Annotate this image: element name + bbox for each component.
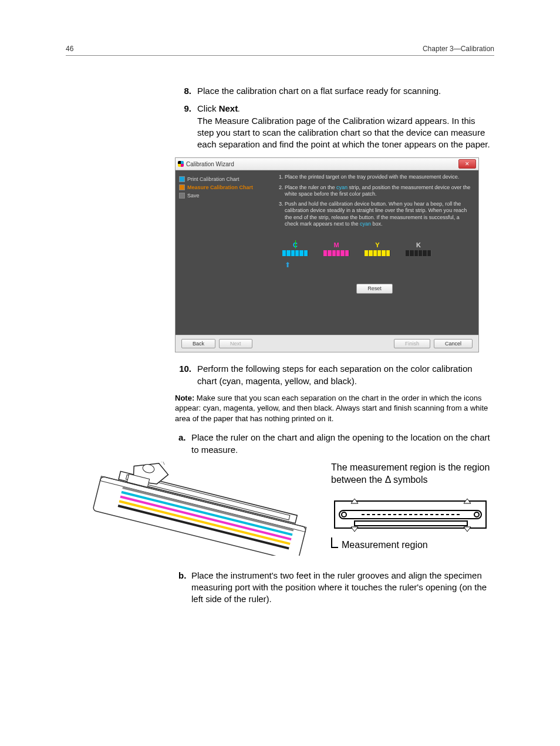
sidebar-item-label: Save xyxy=(187,193,200,199)
step-8: 8. Place the calibration chart on a flat… xyxy=(175,85,494,97)
cancel-button[interactable]: Cancel xyxy=(434,339,473,348)
substep-a: a. Place the ruler on the chart and alig… xyxy=(178,432,494,456)
arrow-up-icon: ⬆ xyxy=(285,261,471,270)
step-number: 9. xyxy=(175,103,197,150)
wizard-titlebar[interactable]: Calibration Wizard ✕ xyxy=(176,158,478,170)
reset-button[interactable]: Reset xyxy=(356,284,393,294)
substep-text: Place the ruler on the chart and align t… xyxy=(191,432,494,456)
chapter-label: Chapter 3—Calibration xyxy=(423,45,494,53)
sidebar-item-save[interactable]: Save xyxy=(179,191,267,200)
measurement-region-diagram xyxy=(331,492,490,536)
strip-yellow: Y xyxy=(365,241,390,256)
note-block: Note: Make sure that you scan each separ… xyxy=(175,393,494,424)
note-text: Make sure that you scan each separation … xyxy=(175,394,488,423)
svg-line-18 xyxy=(154,462,164,462)
substep-number: a. xyxy=(178,432,191,456)
back-button[interactable]: Back xyxy=(181,339,215,348)
substep-text: Place the instrument's two feet in the r… xyxy=(191,570,494,606)
measurement-region-label: Measurement region xyxy=(342,540,428,550)
page-number: 46 xyxy=(66,45,73,53)
step-10: 10. Perform the following steps for each… xyxy=(175,363,494,387)
instruction-2: Place the ruler on the cyan strip, and p… xyxy=(285,184,471,198)
sidebar-item-label: Print Calibration Chart xyxy=(187,176,239,182)
close-icon[interactable]: ✕ xyxy=(458,159,476,169)
step-text: Place the calibration chart on a flat su… xyxy=(197,85,494,97)
step-9-next-bold: Next xyxy=(219,103,238,113)
svg-marker-25 xyxy=(351,527,358,532)
step-marker-icon xyxy=(179,184,185,190)
strip-black: K xyxy=(406,241,431,256)
step-text: Perform the following steps for each sep… xyxy=(197,363,494,387)
svg-marker-26 xyxy=(464,527,471,532)
color-strips: C M Y K xyxy=(282,241,471,256)
measurement-illustration: The measurement region is the region bet… xyxy=(66,462,494,556)
sidebar-item-label: Measure Calibration Chart xyxy=(187,184,253,190)
finish-button[interactable]: Finish xyxy=(394,339,430,348)
wizard-instructions: Place the printed target on the tray pro… xyxy=(271,170,478,335)
svg-point-29 xyxy=(342,512,346,517)
step-9-body: The Measure Calibration page of the Cali… xyxy=(197,116,490,150)
step-marker-icon xyxy=(179,193,185,199)
strip-magenta: M xyxy=(323,241,349,256)
sidebar-item-print-chart[interactable]: Print Calibration Chart xyxy=(179,175,267,183)
ruler-device-illustration xyxy=(66,462,326,556)
step-9-lead-a: Click xyxy=(197,103,219,113)
wizard-footer: Back Next Finish Cancel xyxy=(176,335,478,352)
step-marker-icon xyxy=(179,176,185,182)
substep-b: b. Place the instrument's two feet in th… xyxy=(178,570,494,606)
step-number: 8. xyxy=(175,85,197,97)
sidebar-item-measure-chart[interactable]: Measure Calibration Chart xyxy=(179,183,267,191)
step-number: 10. xyxy=(175,363,197,387)
instruction-3: Push and hold the calibration device but… xyxy=(285,201,471,227)
wizard-title: Calibration Wizard xyxy=(186,161,234,167)
svg-point-30 xyxy=(474,512,479,517)
strip-cyan: C xyxy=(282,241,308,256)
illustration-caption: The measurement region is the region bet… xyxy=(331,462,494,486)
page-header: 46 Chapter 3—Calibration xyxy=(66,45,494,56)
step-9-period: . xyxy=(238,103,240,113)
note-label: Note: xyxy=(175,394,194,402)
wizard-sidebar: Print Calibration Chart Measure Calibrat… xyxy=(176,170,271,335)
calibration-wizard-window: Calibration Wizard ✕ Print Calibration C… xyxy=(175,157,479,352)
app-icon xyxy=(178,161,184,167)
step-9: 9. Click Next. The Measure Calibration p… xyxy=(175,103,494,150)
next-button[interactable]: Next xyxy=(219,339,252,348)
instruction-1: Place the printed target on the tray pro… xyxy=(285,174,471,180)
substep-number: b. xyxy=(178,570,191,606)
svg-rect-22 xyxy=(355,521,467,526)
bracket-icon xyxy=(331,537,338,548)
measurement-region-label-row: Measurement region xyxy=(331,540,494,550)
